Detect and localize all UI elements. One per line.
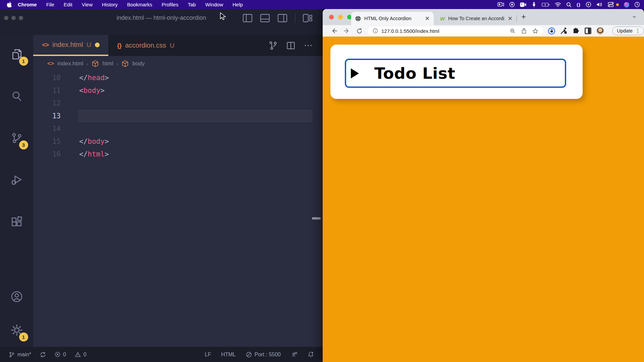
close-window-button[interactable]	[329, 15, 334, 19]
feedback-icon[interactable]	[291, 352, 298, 358]
breadcrumb-node[interactable]: html	[102, 60, 113, 67]
browser-tab-active[interactable]: HTML Only Accordion ✕	[351, 12, 434, 25]
globe-icon	[355, 16, 361, 21]
code-editor[interactable]: 10</head>11<body>12131415</body>16</html…	[33, 71, 323, 347]
back-button[interactable]	[331, 27, 337, 34]
line-content	[61, 122, 79, 135]
breadcrumb-node[interactable]: body	[132, 60, 145, 67]
source-control-icon[interactable]: 3	[7, 128, 27, 148]
menubar-item-view[interactable]: View	[82, 2, 93, 7]
breadcrumb-file[interactable]: index.html	[57, 60, 83, 67]
editor-tab-accordion-css[interactable]: {} accordion.css U	[108, 35, 183, 56]
zoom-icon[interactable]	[510, 28, 516, 34]
split-editor-icon[interactable]	[286, 41, 295, 50]
rocket-icon[interactable]	[531, 2, 537, 7]
record-icon[interactable]	[509, 2, 515, 7]
search-sidebar-icon[interactable]	[7, 86, 27, 106]
explorer-icon[interactable]: 1	[7, 44, 27, 64]
code-line-13[interactable]: 13	[33, 110, 323, 122]
control-center-icon[interactable]	[608, 2, 614, 7]
toggle-panel-icon[interactable]	[260, 14, 270, 22]
share-icon[interactable]	[521, 28, 527, 34]
menubar-item-tab[interactable]: Tab	[188, 2, 196, 7]
line-number: 14	[33, 122, 61, 135]
live-server-status[interactable]: Port : 5500	[246, 352, 281, 358]
unsaved-dot-icon[interactable]	[95, 43, 100, 47]
address-bar[interactable]: 127.0.0.1:5500/index.html	[368, 26, 543, 36]
line-content: </html>	[61, 148, 109, 161]
video-camera-icon[interactable]	[520, 2, 526, 7]
tab-label: index.html	[52, 41, 83, 49]
url-text[interactable]: 127.0.0.1:5500/index.html	[381, 28, 506, 34]
extension-colorpicker-icon[interactable]	[560, 27, 568, 35]
accordion-summary[interactable]: Todo List	[345, 59, 566, 88]
menubar-item-file[interactable]: File	[46, 2, 54, 7]
more-actions-icon[interactable]: ⋯	[304, 40, 313, 51]
battery-icon[interactable]	[542, 3, 550, 7]
extensions-puzzle-icon[interactable]	[572, 27, 580, 35]
eol-status[interactable]: LF	[205, 352, 211, 358]
bookmark-star-icon[interactable]	[532, 28, 538, 34]
browser-tab-inactive[interactable]: W How To Create an Accordion ✕	[438, 12, 515, 25]
code-line-15[interactable]: 15</body>	[33, 135, 323, 148]
forward-button[interactable]	[343, 27, 350, 34]
play-circle-icon[interactable]	[586, 2, 591, 7]
run-debug-icon[interactable]	[7, 170, 27, 190]
webpage: Todo List	[323, 37, 644, 362]
braces-icon[interactable]: {}	[577, 2, 581, 7]
git-branch-status[interactable]: main*	[9, 351, 31, 358]
menubar-item-history[interactable]: History	[102, 2, 118, 7]
code-line-12[interactable]: 12	[33, 97, 323, 110]
siri-icon[interactable]	[624, 2, 629, 7]
profile-avatar[interactable]	[596, 27, 604, 35]
symbol-cube-icon	[121, 60, 129, 67]
apple-menu-icon[interactable]	[7, 2, 12, 7]
toggle-sidebar-icon[interactable]	[243, 14, 253, 22]
extension-lock-icon[interactable]	[548, 27, 555, 35]
menubar-item-edit[interactable]: Edit	[64, 2, 72, 7]
editor-tab-index-html[interactable]: <> index.html U	[33, 35, 108, 56]
code-line-14[interactable]: 14	[33, 122, 323, 135]
search-icon[interactable]	[566, 2, 572, 7]
breadcrumb-separator: ›	[116, 61, 118, 67]
errors-status[interactable]: 0	[55, 352, 66, 358]
menubar-item-window[interactable]: Window	[205, 2, 223, 7]
tab-search-chevron-icon[interactable]	[632, 14, 637, 19]
warnings-status[interactable]: 0	[75, 352, 87, 358]
open-changes-icon[interactable]	[269, 41, 278, 50]
settings-gear-icon[interactable]: 1	[7, 320, 27, 340]
line-number: 12	[33, 97, 61, 110]
language-mode-status[interactable]: HTML	[221, 352, 236, 358]
extensions-icon[interactable]	[7, 212, 27, 232]
sync-status[interactable]	[40, 352, 46, 358]
new-tab-button[interactable]: +	[521, 12, 526, 21]
wifi-icon[interactable]	[555, 2, 561, 7]
site-info-icon[interactable]	[373, 28, 378, 34]
menubar-item-profiles[interactable]: Profiles	[162, 2, 178, 7]
extension-darkmode-icon[interactable]	[584, 27, 592, 35]
clock-icon[interactable]	[634, 2, 640, 7]
minimize-window-button[interactable]	[338, 15, 343, 19]
screen-record-icon[interactable]	[497, 2, 504, 7]
update-button[interactable]: Update ⋮	[612, 26, 644, 35]
volume-icon[interactable]	[596, 2, 603, 7]
tab-divider	[517, 15, 517, 22]
code-line-10[interactable]: 10</head>	[33, 71, 323, 84]
customize-layout-icon[interactable]	[303, 14, 313, 22]
code-line-16[interactable]: 16</html>	[33, 148, 323, 161]
notifications-bell-icon[interactable]	[308, 351, 314, 358]
code-line-11[interactable]: 11<body>	[33, 84, 323, 97]
editor-scrollbar-handle[interactable]	[312, 217, 321, 220]
menubar-item-help[interactable]: Help	[232, 2, 243, 7]
account-icon[interactable]	[7, 287, 27, 307]
chrome-menu-dots-icon[interactable]: ⋮	[635, 28, 640, 34]
vscode-window: index.html — html-only-accordion 1	[0, 9, 323, 362]
toggle-secondary-sidebar-icon[interactable]	[277, 14, 287, 22]
line-content	[61, 110, 79, 122]
menubar-item-bookmarks[interactable]: Bookmarks	[127, 2, 152, 7]
reload-button[interactable]	[356, 28, 363, 34]
close-tab-icon[interactable]: ✕	[425, 15, 430, 22]
close-tab-icon[interactable]: ✕	[508, 15, 513, 22]
warning-count: 0	[84, 352, 87, 358]
menubar-item-chrome[interactable]: Chrome	[18, 2, 37, 7]
